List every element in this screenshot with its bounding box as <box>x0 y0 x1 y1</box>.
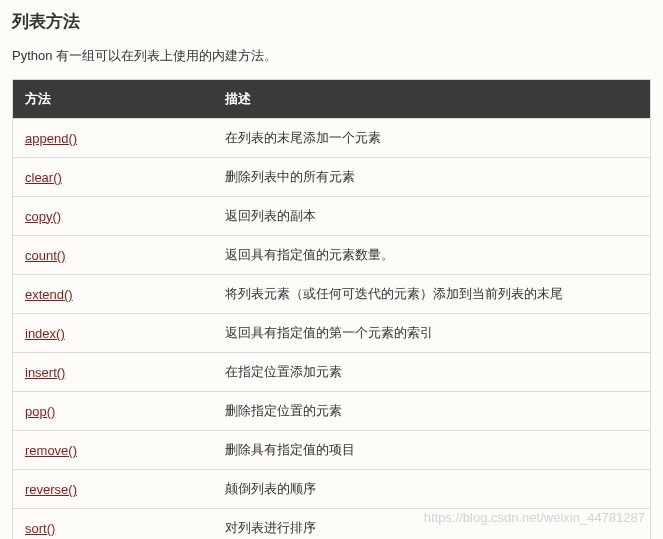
table-row: reverse() 颠倒列表的顺序 <box>13 470 651 509</box>
method-description: 返回具有指定值的元素数量。 <box>213 236 651 275</box>
table-row: insert() 在指定位置添加元素 <box>13 353 651 392</box>
method-description: 返回列表的副本 <box>213 197 651 236</box>
method-description: 返回具有指定值的第一个元素的索引 <box>213 314 651 353</box>
method-description: 颠倒列表的顺序 <box>213 470 651 509</box>
method-link-clear[interactable]: clear() <box>25 170 62 185</box>
method-link-remove[interactable]: remove() <box>25 443 77 458</box>
method-description: 在列表的末尾添加一个元素 <box>213 119 651 158</box>
method-link-extend[interactable]: extend() <box>25 287 73 302</box>
header-method: 方法 <box>13 80 213 119</box>
method-link-insert[interactable]: insert() <box>25 365 65 380</box>
intro-text: Python 有一组可以在列表上使用的内建方法。 <box>12 47 651 65</box>
method-link-reverse[interactable]: reverse() <box>25 482 77 497</box>
table-row: count() 返回具有指定值的元素数量。 <box>13 236 651 275</box>
table-header-row: 方法 描述 <box>13 80 651 119</box>
method-link-count[interactable]: count() <box>25 248 65 263</box>
method-link-copy[interactable]: copy() <box>25 209 61 224</box>
table-row: copy() 返回列表的副本 <box>13 197 651 236</box>
page-title: 列表方法 <box>12 10 651 33</box>
table-row: pop() 删除指定位置的元素 <box>13 392 651 431</box>
table-row: append() 在列表的末尾添加一个元素 <box>13 119 651 158</box>
method-link-index[interactable]: index() <box>25 326 65 341</box>
methods-table: 方法 描述 append() 在列表的末尾添加一个元素 clear() 删除列表… <box>12 79 651 539</box>
method-description: 删除指定位置的元素 <box>213 392 651 431</box>
method-link-sort[interactable]: sort() <box>25 521 55 536</box>
header-description: 描述 <box>213 80 651 119</box>
table-row: clear() 删除列表中的所有元素 <box>13 158 651 197</box>
method-description: 删除列表中的所有元素 <box>213 158 651 197</box>
table-row: extend() 将列表元素（或任何可迭代的元素）添加到当前列表的末尾 <box>13 275 651 314</box>
method-description: 将列表元素（或任何可迭代的元素）添加到当前列表的末尾 <box>213 275 651 314</box>
table-row: index() 返回具有指定值的第一个元素的索引 <box>13 314 651 353</box>
method-link-append[interactable]: append() <box>25 131 77 146</box>
method-description: 对列表进行排序 <box>213 509 651 540</box>
method-description: 删除具有指定值的项目 <box>213 431 651 470</box>
method-description: 在指定位置添加元素 <box>213 353 651 392</box>
method-link-pop[interactable]: pop() <box>25 404 55 419</box>
table-row: remove() 删除具有指定值的项目 <box>13 431 651 470</box>
table-row: sort() 对列表进行排序 <box>13 509 651 540</box>
